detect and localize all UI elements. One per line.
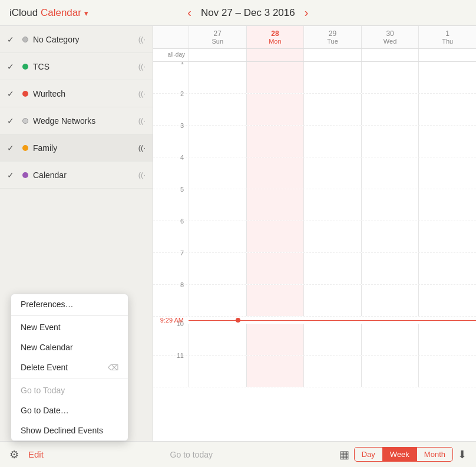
wifi-icon-no-category: ((·: [138, 35, 146, 44]
time-cell-10-mon[interactable]: [246, 324, 304, 355]
next-week-button[interactable]: ›: [305, 6, 309, 19]
time-cell-5-tue[interactable]: [303, 189, 361, 221]
menu-item-new-calendar[interactable]: New Calendar: [11, 337, 128, 357]
time-cell-2-wed[interactable]: [361, 94, 419, 125]
day-num-1: 1: [419, 29, 476, 38]
download-icon[interactable]: ⬇: [458, 448, 467, 461]
time-cell-11-mon[interactable]: [246, 356, 304, 387]
time-cell-5-sun[interactable]: [189, 189, 246, 221]
time-cell-7-sun[interactable]: [189, 253, 246, 284]
calendar-chevron[interactable]: ▾: [84, 9, 88, 18]
calendar-label: Calendar: [41, 7, 81, 18]
sidebar-item-no-category[interactable]: ✓ No Category ((·: [0, 26, 153, 53]
menu-item-show-declined[interactable]: Show Declined Events: [11, 420, 128, 440]
time-cell-4-wed[interactable]: [361, 157, 419, 189]
current-time-dot: [236, 318, 240, 323]
time-cell-11-tue[interactable]: [303, 356, 361, 387]
time-cell-2-sun[interactable]: [189, 94, 246, 125]
time-cell-10-thu[interactable]: [418, 324, 476, 355]
dot-tcs: [22, 64, 28, 70]
time-cell-1-wed[interactable]: [361, 62, 419, 93]
time-cell-5-thu[interactable]: [418, 189, 476, 221]
time-cell-3-wed[interactable]: [361, 126, 419, 157]
time-cell-7-tue[interactable]: [303, 253, 361, 284]
time-cell-2-tue[interactable]: [303, 94, 361, 125]
footer: ⚙ Edit Go to today ▦ Day Week Month ⬇: [0, 441, 476, 467]
sidebar-item-tcs[interactable]: ✓ TCS ((·: [0, 53, 153, 80]
time-cell-3-tue[interactable]: [303, 126, 361, 157]
year-text: 2016: [273, 7, 295, 18]
time-cell-4-tue[interactable]: [303, 157, 361, 189]
prev-week-button[interactable]: ‹: [187, 6, 191, 19]
time-cell-1-mon[interactable]: [246, 62, 304, 93]
sidebar-item-calendar[interactable]: ✓ Calendar ((·: [0, 162, 153, 189]
time-cell-8-mon[interactable]: [246, 285, 304, 316]
time-row-7: 7: [153, 253, 476, 285]
time-cell-3-sun[interactable]: [189, 126, 246, 157]
day-col-27-sun: 27 Sun: [189, 26, 246, 48]
time-cell-6-sun[interactable]: [189, 221, 246, 252]
menu-item-preferences[interactable]: Preferences…: [11, 294, 128, 314]
time-cell-7-wed[interactable]: [361, 253, 419, 284]
time-cell-8-sun[interactable]: [189, 285, 246, 316]
time-cell-5-mon[interactable]: [246, 189, 304, 221]
checkmark-no-category: ✓: [7, 35, 18, 44]
checkmark-wedge: ✓: [7, 116, 18, 126]
sidebar-item-wedge[interactable]: ✓ Wedge Networks ((·: [0, 107, 153, 134]
edit-button[interactable]: Edit: [28, 449, 44, 459]
menu-item-go-date[interactable]: Go to Date…: [11, 400, 128, 420]
time-cell-1-thu[interactable]: [418, 62, 476, 93]
time-cell-6-thu[interactable]: [418, 221, 476, 252]
time-cell-6-tue[interactable]: [303, 221, 361, 252]
view-week-button[interactable]: Week: [383, 448, 417, 461]
gear-icon[interactable]: ⚙: [9, 448, 19, 461]
time-cell-8-thu[interactable]: [418, 285, 476, 316]
checkmark-family: ✓: [7, 143, 18, 153]
icloud-label: iCloud: [9, 7, 38, 18]
time-cell-5-wed[interactable]: [361, 189, 419, 221]
time-cell-11-wed[interactable]: [361, 356, 419, 387]
time-row-5: 5: [153, 189, 476, 221]
go-to-today-label: Go to today: [170, 450, 213, 459]
menu-item-delete-event[interactable]: Delete Event ⌫: [11, 357, 128, 377]
sidebar-item-family[interactable]: ✓ Family ((·: [0, 134, 153, 162]
view-buttons: Day Week Month: [354, 447, 453, 462]
time-label-3: 3: [153, 121, 189, 152]
time-row-6: 6: [153, 221, 476, 253]
time-cell-6-mon[interactable]: [246, 221, 304, 252]
time-grid[interactable]: 1 2 3: [153, 62, 476, 441]
label-calendar: Calendar: [33, 170, 136, 180]
view-month-button[interactable]: Month: [417, 448, 452, 461]
menu-item-go-today: Go to Today: [11, 380, 128, 400]
time-cell-10-sun[interactable]: [189, 324, 246, 355]
time-cell-10-tue[interactable]: [303, 324, 361, 355]
time-cell-7-thu[interactable]: [418, 253, 476, 284]
time-cell-3-thu[interactable]: [418, 126, 476, 157]
time-cell-4-sun[interactable]: [189, 157, 246, 189]
time-cell-8-wed[interactable]: [361, 285, 419, 316]
delete-icon: ⌫: [108, 363, 118, 372]
sidebar-item-wurltech[interactable]: ✓ Wurltech ((·: [0, 80, 153, 107]
checkmark-calendar: ✓: [7, 170, 18, 180]
time-cell-3-mon[interactable]: [246, 126, 304, 157]
time-cell-4-mon[interactable]: [246, 157, 304, 189]
checkmark-tcs: ✓: [7, 62, 18, 71]
dot-wedge: [22, 118, 28, 124]
day-num-29: 29: [304, 29, 361, 38]
time-cell-4-thu[interactable]: [418, 157, 476, 189]
time-cell-11-thu[interactable]: [418, 356, 476, 387]
time-cell-8-tue[interactable]: [303, 285, 361, 316]
time-cell-2-mon[interactable]: [246, 94, 304, 125]
time-cell-1-sun[interactable]: [189, 62, 246, 93]
time-cell-11-sun[interactable]: [189, 356, 246, 387]
label-no-category: No Category: [33, 35, 136, 44]
time-cell-1-tue[interactable]: [303, 62, 361, 93]
menu-item-new-event[interactable]: New Event: [11, 317, 128, 337]
calendar-grid-icon[interactable]: ▦: [339, 448, 349, 461]
time-cell-6-wed[interactable]: [361, 221, 419, 252]
day-col-30-wed: 30 Wed: [361, 26, 419, 48]
time-cell-2-thu[interactable]: [418, 94, 476, 125]
time-cell-10-wed[interactable]: [361, 324, 419, 355]
view-day-button[interactable]: Day: [355, 448, 383, 461]
time-cell-7-mon[interactable]: [246, 253, 304, 284]
